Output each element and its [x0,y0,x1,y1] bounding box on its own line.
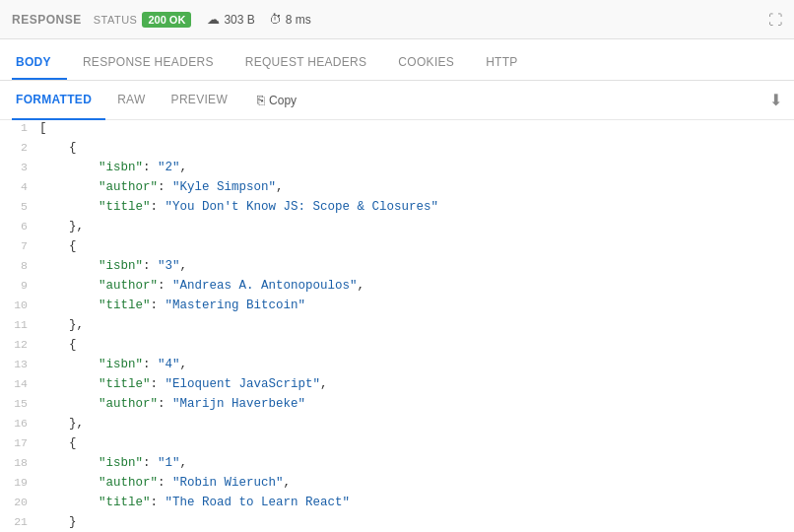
line-number: 5 [0,199,35,214]
line-number: 4 [0,179,35,194]
line-number: 21 [0,514,35,529]
table-row: 18 "isbn": "1", [0,455,794,475]
line-number: 20 [0,495,35,509]
table-row: 15 "author": "Marijn Haverbeke" [0,396,794,416]
status-badge: STATUS 200 OK [94,12,192,28]
table-row: 9 "author": "Andreas A. Antonopoulos", [0,278,794,298]
status-code: 200 OK [142,12,191,28]
line-content: "author": "Robin Wieruch", [35,475,794,491]
tab-response-headers[interactable]: RESPONSE HEADERS [67,56,230,80]
line-content: }, [35,317,794,333]
table-row: 17 { [0,435,794,455]
line-content: "isbn": "3", [35,258,794,274]
line-content: { [35,140,794,156]
table-row: 14 "title": "Eloquent JavaScript", [0,376,794,396]
sub-toolbar: FORMATTED RAW PREVIEW ⎘ Copy ⬇ [0,81,794,120]
subtab-raw[interactable]: RAW [113,81,159,120]
nav-tabs: BODY RESPONSE HEADERS REQUEST HEADERS CO… [0,39,794,81]
size-meta: ☁ 303 B [207,12,254,27]
response-size: 303 B [224,13,254,27]
table-row: 8 "isbn": "3", [0,258,794,278]
line-number: 11 [0,317,35,332]
line-number: 10 [0,298,35,312]
table-row: 7 { [0,238,794,258]
table-row: 3 "isbn": "2", [0,160,794,179]
response-meta: ☁ 303 B ⏱ 8 ms [207,12,310,27]
top-bar: RESPONSE STATUS 200 OK ☁ 303 B ⏱ 8 ms ⛶ [0,0,794,39]
line-number: 6 [0,219,35,233]
table-row: 19 "author": "Robin Wieruch", [0,475,794,495]
line-content: "title": "Eloquent JavaScript", [35,376,794,392]
table-row: 13 "isbn": "4", [0,357,794,376]
line-number: 2 [0,140,35,155]
table-row: 4 "author": "Kyle Simpson", [0,179,794,199]
line-number: 3 [0,160,35,174]
line-number: 12 [0,337,35,352]
line-number: 13 [0,357,35,371]
line-content: } [35,514,794,530]
line-content: "author": "Andreas A. Antonopoulos", [35,278,794,294]
line-content: }, [35,416,794,432]
tab-cookies[interactable]: COOKIES [382,56,470,80]
line-number: 7 [0,238,35,253]
line-number: 14 [0,376,35,391]
expand-icon[interactable]: ⛶ [768,12,782,28]
line-number: 9 [0,278,35,293]
table-row: 12 { [0,337,794,357]
time-meta: ⏱ 8 ms [269,12,311,27]
response-time: 8 ms [286,13,311,27]
code-area: 1[2 {3 "isbn": "2",4 "author": "Kyle Sim… [0,120,794,532]
line-number: 17 [0,435,35,450]
line-content: }, [35,219,794,234]
line-content: { [35,337,794,353]
table-row: 1[ [0,120,794,140]
subtab-preview[interactable]: PREVIEW [167,81,241,120]
table-row: 5 "title": "You Don't Know JS: Scope & C… [0,199,794,219]
line-content: "title": "The Road to Learn React" [35,495,794,510]
subtab-formatted[interactable]: FORMATTED [12,81,105,120]
table-row: 6 }, [0,219,794,238]
line-content: "isbn": "4", [35,357,794,372]
tab-request-headers[interactable]: REQUEST HEADERS [230,56,383,80]
line-number: 18 [0,455,35,470]
response-title: RESPONSE [12,13,82,27]
line-content: { [35,238,794,254]
copy-label: Copy [269,94,297,107]
table-row: 21 } [0,514,794,532]
copy-icon: ⎘ [257,93,265,107]
table-row: 16 }, [0,416,794,435]
tab-body[interactable]: BODY [12,56,67,80]
line-content: "title": "Mastering Bitcoin" [35,298,794,313]
line-content: "isbn": "2", [35,160,794,175]
table-row: 11 }, [0,317,794,337]
line-content: "title": "You Don't Know JS: Scope & Clo… [35,199,794,215]
line-content: "author": "Marijn Haverbeke" [35,396,794,412]
cloud-icon: ☁ [207,12,220,27]
copy-button[interactable]: ⎘ Copy [249,89,304,111]
table-row: 10 "title": "Mastering Bitcoin" [0,298,794,317]
line-content: "isbn": "1", [35,455,794,471]
line-content: { [35,435,794,451]
clock-icon: ⏱ [269,12,282,27]
line-number: 19 [0,475,35,490]
download-icon[interactable]: ⬇ [769,91,782,109]
line-number: 16 [0,416,35,431]
tab-http[interactable]: HTTP [470,56,534,80]
line-content: [ [35,120,794,136]
table-row: 2 { [0,140,794,160]
line-content: "author": "Kyle Simpson", [35,179,794,195]
line-number: 15 [0,396,35,411]
table-row: 20 "title": "The Road to Learn React" [0,495,794,514]
line-number: 8 [0,258,35,273]
status-label: STATUS [94,14,138,26]
line-number: 1 [0,120,35,135]
